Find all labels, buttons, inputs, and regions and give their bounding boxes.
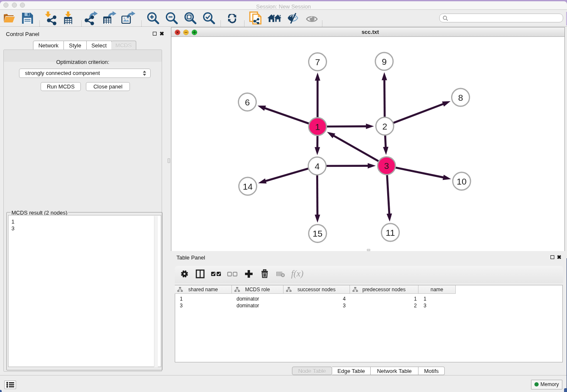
svg-text:11: 11 [386,228,395,237]
svg-text:1: 1 [315,122,320,132]
svg-text:10: 10 [457,177,466,186]
svg-text:9: 9 [382,57,387,66]
svg-text:6: 6 [245,97,250,107]
svg-text:4: 4 [315,161,320,171]
svg-text:8: 8 [458,93,463,102]
svg-text:7: 7 [315,57,320,67]
svg-text:15: 15 [313,229,322,238]
svg-text:2: 2 [382,121,387,131]
svg-text:14: 14 [243,182,253,191]
svg-text:3: 3 [384,161,389,171]
